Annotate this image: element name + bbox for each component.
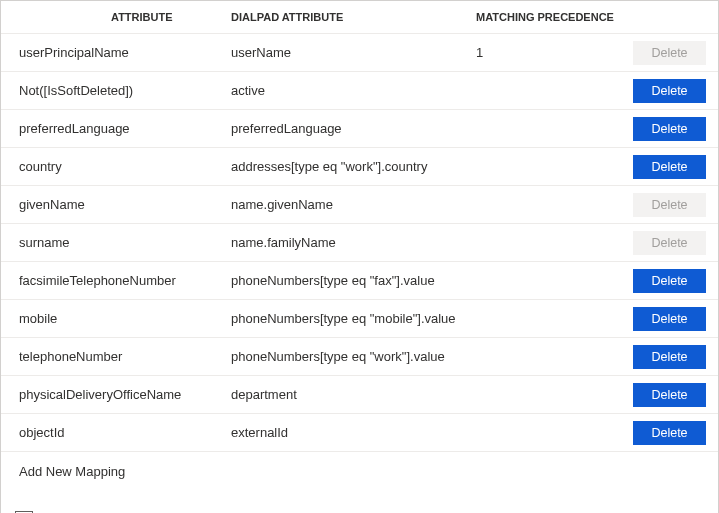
delete-button[interactable]: Delete bbox=[633, 307, 706, 331]
table-row[interactable]: givenNamename.givenNameDelete bbox=[1, 186, 718, 224]
cell-attribute: mobile bbox=[1, 311, 231, 326]
cell-action: Delete bbox=[628, 383, 718, 407]
cell-dialpad-attribute: phoneNumbers[type eq "work"].value bbox=[231, 349, 466, 364]
cell-dialpad-attribute: addresses[type eq "work"].country bbox=[231, 159, 466, 174]
table-row[interactable]: physicalDeliveryOfficeNamedepartmentDele… bbox=[1, 376, 718, 414]
cell-attribute: telephoneNumber bbox=[1, 349, 231, 364]
cell-attribute: givenName bbox=[1, 197, 231, 212]
delete-button[interactable]: Delete bbox=[633, 269, 706, 293]
cell-action: Delete bbox=[628, 79, 718, 103]
table-row[interactable]: objectIdexternalIdDelete bbox=[1, 414, 718, 452]
table-row[interactable]: preferredLanguagepreferredLanguageDelete bbox=[1, 110, 718, 148]
table-body: userPrincipalNameuserName1DeleteNot([IsS… bbox=[1, 34, 718, 452]
delete-button[interactable]: Delete bbox=[633, 383, 706, 407]
cell-attribute: preferredLanguage bbox=[1, 121, 231, 136]
table-row[interactable]: userPrincipalNameuserName1Delete bbox=[1, 34, 718, 72]
table-header: ATTRIBUTE DIALPAD ATTRIBUTE MATCHING PRE… bbox=[1, 1, 718, 34]
cell-action: Delete bbox=[628, 421, 718, 445]
cell-attribute: facsimileTelephoneNumber bbox=[1, 273, 231, 288]
cell-attribute: objectId bbox=[1, 425, 231, 440]
table-row[interactable]: Not([IsSoftDeleted])activeDelete bbox=[1, 72, 718, 110]
delete-button: Delete bbox=[633, 231, 706, 255]
cell-action: Delete bbox=[628, 345, 718, 369]
cell-dialpad-attribute: active bbox=[231, 83, 466, 98]
cell-dialpad-attribute: externalId bbox=[231, 425, 466, 440]
delete-button[interactable]: Delete bbox=[633, 117, 706, 141]
cell-dialpad-attribute: preferredLanguage bbox=[231, 121, 466, 136]
cell-dialpad-attribute: department bbox=[231, 387, 466, 402]
table-row[interactable]: facsimileTelephoneNumberphoneNumbers[typ… bbox=[1, 262, 718, 300]
cell-dialpad-attribute: phoneNumbers[type eq "mobile"].value bbox=[231, 311, 466, 326]
cell-dialpad-attribute: name.givenName bbox=[231, 197, 466, 212]
footer: Show advanced options bbox=[1, 493, 718, 513]
cell-action: Delete bbox=[628, 307, 718, 331]
cell-dialpad-attribute: phoneNumbers[type eq "fax"].value bbox=[231, 273, 466, 288]
header-matching-precedence: MATCHING PRECEDENCE bbox=[466, 11, 628, 23]
table-row[interactable]: countryaddresses[type eq "work"].country… bbox=[1, 148, 718, 186]
delete-button: Delete bbox=[633, 193, 706, 217]
cell-matching-precedence: 1 bbox=[466, 45, 628, 60]
cell-attribute: physicalDeliveryOfficeName bbox=[1, 387, 231, 402]
cell-attribute: userPrincipalName bbox=[1, 45, 231, 60]
cell-action: Delete bbox=[628, 41, 718, 65]
cell-action: Delete bbox=[628, 117, 718, 141]
add-new-mapping-link[interactable]: Add New Mapping bbox=[1, 452, 718, 493]
header-dialpad-attribute: DIALPAD ATTRIBUTE bbox=[231, 11, 466, 23]
table-row[interactable]: telephoneNumberphoneNumbers[type eq "wor… bbox=[1, 338, 718, 376]
cell-dialpad-attribute: name.familyName bbox=[231, 235, 466, 250]
header-attribute: ATTRIBUTE bbox=[1, 11, 231, 23]
table-row[interactable]: surnamename.familyNameDelete bbox=[1, 224, 718, 262]
cell-action: Delete bbox=[628, 155, 718, 179]
attribute-mapping-panel: ATTRIBUTE DIALPAD ATTRIBUTE MATCHING PRE… bbox=[0, 0, 719, 513]
delete-button[interactable]: Delete bbox=[633, 79, 706, 103]
cell-attribute: surname bbox=[1, 235, 231, 250]
cell-action: Delete bbox=[628, 193, 718, 217]
delete-button[interactable]: Delete bbox=[633, 421, 706, 445]
table-row[interactable]: mobilephoneNumbers[type eq "mobile"].val… bbox=[1, 300, 718, 338]
cell-attribute: Not([IsSoftDeleted]) bbox=[1, 83, 231, 98]
delete-button[interactable]: Delete bbox=[633, 155, 706, 179]
delete-button[interactable]: Delete bbox=[633, 345, 706, 369]
cell-action: Delete bbox=[628, 231, 718, 255]
cell-attribute: country bbox=[1, 159, 231, 174]
delete-button: Delete bbox=[633, 41, 706, 65]
cell-dialpad-attribute: userName bbox=[231, 45, 466, 60]
cell-action: Delete bbox=[628, 269, 718, 293]
